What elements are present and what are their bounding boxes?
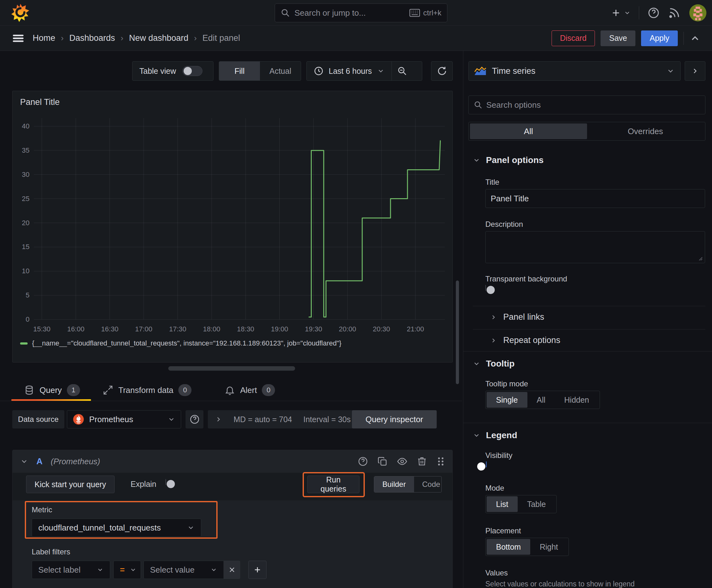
- help-icon: [189, 414, 200, 425]
- news-button[interactable]: [668, 6, 681, 19]
- edit-pane: Table view Fill Actual Last 6 hours: [0, 51, 462, 588]
- help-icon[interactable]: [358, 456, 368, 467]
- time-series-chart[interactable]: 051015202530354015:3016:0016:3017:0017:3…: [16, 110, 451, 339]
- zoom-out-button[interactable]: [392, 62, 412, 80]
- drag-grip-icon[interactable]: [436, 456, 446, 467]
- builder-option[interactable]: Builder: [374, 477, 414, 492]
- add-filter-button[interactable]: [248, 561, 266, 579]
- close-icon: [228, 566, 236, 574]
- explain-toggle[interactable]: [166, 479, 166, 485]
- options-search-input[interactable]: [486, 100, 700, 110]
- query-tabs: Query 1 Transform data 0 Alert 0: [0, 379, 462, 401]
- breadcrumb-bar: Home › Dashboards › New dashboard › Edit…: [0, 26, 712, 51]
- tooltip-mode-hidden[interactable]: Hidden: [555, 392, 598, 408]
- title-label: Title: [486, 178, 499, 187]
- trash-icon[interactable]: [416, 456, 427, 467]
- section-tooltip[interactable]: Tooltip: [473, 359, 515, 369]
- menu-toggle-button[interactable]: [11, 31, 25, 45]
- collapse-options-button[interactable]: [689, 33, 701, 44]
- code-option[interactable]: Code: [414, 477, 442, 492]
- visualization-picker[interactable]: Time series: [468, 61, 681, 81]
- avatar[interactable]: [689, 4, 707, 22]
- refresh-button[interactable]: [431, 61, 453, 81]
- description-label: Description: [486, 220, 523, 229]
- panel-title-field[interactable]: [486, 189, 705, 208]
- duplicate-icon[interactable]: [377, 456, 388, 467]
- new-menu-button[interactable]: [610, 7, 631, 18]
- kick-start-button[interactable]: Kick start your query: [26, 476, 114, 493]
- help-button[interactable]: [647, 6, 660, 19]
- grafana-logo-icon[interactable]: [11, 3, 30, 23]
- description-field[interactable]: [486, 231, 705, 263]
- chevron-right-icon[interactable]: [215, 416, 222, 423]
- global-search[interactable]: ctrl+k: [275, 3, 447, 22]
- save-button[interactable]: Save: [601, 30, 635, 46]
- query-editor-card: A (Prometheus) Kick start your query Exp…: [12, 450, 453, 588]
- scrollbar-thumb[interactable]: [456, 280, 459, 384]
- tab-overrides[interactable]: Overrides: [587, 123, 704, 139]
- resize-handle[interactable]: [168, 366, 295, 371]
- tooltip-mode-switch: Single All Hidden: [486, 391, 600, 409]
- chevron-down-icon: [624, 9, 631, 16]
- eye-icon[interactable]: [396, 456, 408, 467]
- tab-transform[interactable]: Transform data 0: [103, 379, 192, 401]
- section-panel-links[interactable]: Panel links: [490, 312, 544, 322]
- values-label: Values: [486, 569, 508, 577]
- discard-button[interactable]: Discard: [552, 30, 595, 46]
- panel-title-input[interactable]: [491, 194, 700, 204]
- select-value-dropdown[interactable]: Select value: [144, 561, 224, 579]
- visualization-value: Time series: [492, 66, 536, 76]
- table-view-toggle[interactable]: [182, 66, 202, 76]
- tooltip-mode-all[interactable]: All: [527, 392, 555, 408]
- legend-mode-table[interactable]: Table: [518, 496, 555, 512]
- resize-grip-icon[interactable]: [698, 256, 703, 261]
- search-input[interactable]: [295, 8, 405, 18]
- fill-option[interactable]: Fill: [219, 62, 260, 80]
- metric-select[interactable]: cloudflared_tunnel_total_requests: [32, 519, 201, 537]
- run-queries-button[interactable]: Run queries: [307, 476, 360, 493]
- select-label-dropdown[interactable]: Select label: [32, 561, 110, 579]
- actual-option[interactable]: Actual: [260, 62, 301, 80]
- transparent-bg-toggle[interactable]: [486, 285, 486, 291]
- tab-all[interactable]: All: [470, 123, 587, 139]
- fill-actual-switch: Fill Actual: [219, 61, 301, 81]
- operator-dropdown[interactable]: =: [113, 561, 141, 579]
- placement-bottom[interactable]: Bottom: [487, 539, 530, 555]
- breadcrumb-dashboards[interactable]: Dashboards: [69, 33, 115, 43]
- query-inspector-button[interactable]: Query inspector: [352, 410, 437, 428]
- datasource-label: Data source: [12, 410, 64, 428]
- tab-query[interactable]: Query 1: [24, 379, 80, 401]
- keyboard-icon: [409, 9, 420, 17]
- apply-button[interactable]: Apply: [641, 30, 678, 46]
- tab-alert[interactable]: Alert 0: [224, 379, 275, 401]
- visibility-toggle[interactable]: [486, 461, 487, 467]
- collapse-sidebar-button[interactable]: [685, 61, 706, 81]
- svg-text:18:00: 18:00: [203, 325, 220, 333]
- remove-filter-button[interactable]: [224, 561, 240, 579]
- plus-icon: [610, 7, 621, 18]
- legend-item[interactable]: {__name__="cloudflared_tunnel_total_requ…: [20, 339, 342, 348]
- time-series-icon: [474, 66, 486, 76]
- description-input[interactable]: [491, 235, 700, 260]
- breadcrumb-new-dashboard[interactable]: New dashboard: [129, 33, 188, 43]
- svg-text:16:30: 16:30: [101, 325, 118, 333]
- datasource-picker[interactable]: Prometheus: [67, 410, 181, 428]
- table-view-label: Table view: [139, 67, 176, 76]
- chevron-down-icon: [97, 566, 104, 573]
- placement-right[interactable]: Right: [530, 539, 567, 555]
- legend-mode-list[interactable]: List: [487, 496, 518, 512]
- section-repeat-options[interactable]: Repeat options: [490, 335, 560, 345]
- section-legend[interactable]: Legend: [473, 430, 517, 440]
- section-panel-options[interactable]: Panel options: [473, 155, 544, 165]
- chevron-down-icon: [130, 566, 136, 573]
- options-search[interactable]: [468, 96, 706, 114]
- query-row-header[interactable]: A (Prometheus): [13, 450, 453, 473]
- datasource-help-button[interactable]: [186, 410, 203, 428]
- time-range-picker[interactable]: Last 6 hours: [307, 62, 391, 80]
- section-divider: [463, 351, 712, 352]
- tab-query-label: Query: [40, 385, 62, 395]
- tooltip-mode-single[interactable]: Single: [487, 392, 527, 408]
- svg-text:17:30: 17:30: [169, 325, 186, 333]
- breadcrumb-home[interactable]: Home: [33, 33, 55, 43]
- visibility-label: Visibility: [486, 451, 512, 460]
